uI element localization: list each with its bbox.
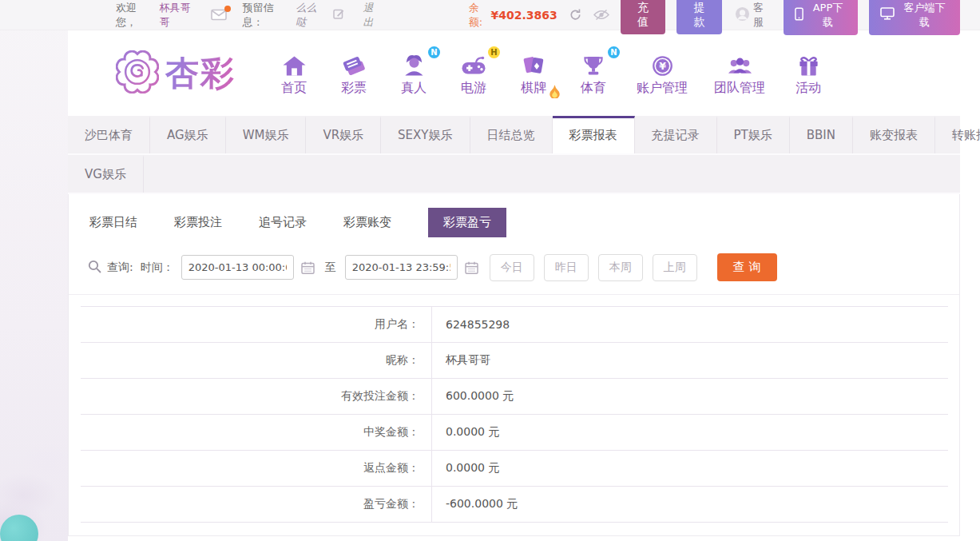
customer-service-icon: [735, 6, 750, 24]
home-icon: [282, 50, 307, 78]
time-from-input[interactable]: [181, 255, 294, 280]
row-label: 用户名：: [81, 307, 432, 343]
search-icon: [88, 260, 101, 276]
table-row: 返点金额： 0.0000 元: [81, 451, 948, 487]
client-download-button[interactable]: 客户端下载: [869, 0, 960, 35]
nav-item-home[interactable]: 首页: [277, 50, 311, 97]
lottery-ticket-icon: [341, 50, 367, 78]
mail-icon[interactable]: [211, 9, 227, 21]
content-panel: 彩票日结 彩票投注 追号记录 彩票账变 彩票盈亏 查询: 时间： 至 今日 昨日…: [68, 194, 960, 536]
tab-pt[interactable]: PT娱乐: [717, 116, 790, 153]
logout-link[interactable]: 退出: [363, 1, 383, 30]
balance-group: 余额: ¥402.3863: [469, 1, 609, 30]
tab-daily-summary[interactable]: 日结总览: [470, 116, 553, 153]
hide-balance-icon[interactable]: [593, 9, 609, 21]
tab-vr[interactable]: VR娱乐: [306, 116, 381, 153]
phone-icon: [795, 7, 803, 23]
table-row: 盈亏金额： -600.0000 元: [81, 487, 948, 523]
subtab-lottery-daily[interactable]: 彩票日结: [89, 215, 137, 230]
monitor-icon: [880, 7, 895, 22]
subtab-lottery-account-change[interactable]: 彩票账变: [343, 215, 391, 230]
customer-service-label: 客服: [753, 1, 772, 30]
row-value: -600.0000 元: [432, 487, 948, 523]
nav-label: 账户管理: [637, 80, 688, 97]
table-row: 有效投注金额： 600.0000 元: [81, 379, 948, 415]
subtab-lottery-bets[interactable]: 彩票投注: [174, 215, 222, 230]
tab-sexy[interactable]: SEXY娱乐: [381, 116, 470, 153]
nav-label: 团队管理: [714, 80, 765, 97]
calendar-icon-from[interactable]: [301, 261, 315, 274]
row-label: 有效投注金额：: [81, 379, 432, 415]
recharge-button[interactable]: 充值: [621, 0, 666, 34]
row-label: 盈亏金额：: [81, 487, 432, 523]
table-row: 中奖金额： 0.0000 元: [81, 415, 948, 451]
nav-item-team[interactable]: 团队管理: [714, 50, 765, 97]
table-row: 用户名： 624855298: [81, 307, 948, 343]
tab-lottery-report[interactable]: 彩票报表: [553, 116, 635, 153]
row-value: 0.0000 元: [432, 415, 948, 451]
subtab-chase-records[interactable]: 追号记录: [259, 215, 307, 230]
nav-item-account[interactable]: ¥ 账户管理: [637, 50, 688, 97]
report-tabs: 沙巴体育 AG娱乐 WM娱乐 VR娱乐 SEXY娱乐 日结总览 彩票报表 充提记…: [68, 116, 960, 194]
nav-item-sports[interactable]: N 体育: [577, 50, 610, 97]
withdraw-button[interactable]: 提款: [676, 0, 722, 34]
customer-service-link[interactable]: 客服: [735, 1, 772, 30]
tab-transfer-report[interactable]: 转账报表: [935, 116, 980, 153]
edit-icon[interactable]: [333, 8, 344, 22]
main-nav: 首页 彩票 N 真人 H 电游: [277, 50, 825, 97]
topbar: 欢迎您，杯具哥哥 预留信息：么么哒 退出 余额: ¥402.3863 充值 提款…: [0, 0, 980, 30]
quick-yesterday-button[interactable]: 昨日: [544, 254, 589, 281]
tab-account-change-report[interactable]: 账变报表: [853, 116, 935, 153]
site-logo[interactable]: 杏彩: [116, 50, 236, 97]
row-value: 0.0000 元: [432, 451, 948, 487]
tab-ag[interactable]: AG娱乐: [150, 116, 226, 153]
tab-deposit-withdraw-records[interactable]: 充提记录: [635, 116, 717, 153]
tab-row-1: 沙巴体育 AG娱乐 WM娱乐 VR娱乐 SEXY娱乐 日结总览 彩票报表 充提记…: [68, 116, 960, 155]
section-divider: [69, 294, 959, 295]
client-download-label: 客户端下载: [900, 1, 949, 30]
nav-item-live[interactable]: N 真人: [397, 50, 430, 97]
welcome-group: 欢迎您，杯具哥哥 预留信息：么么哒 退出: [116, 1, 383, 30]
welcome-text: 欢迎您，: [116, 1, 154, 30]
nav-item-promotions[interactable]: 活动: [792, 50, 825, 97]
tab-vg[interactable]: VG娱乐: [68, 155, 144, 193]
quick-today-button[interactable]: 今日: [490, 254, 534, 281]
tab-bbin[interactable]: BBIN: [790, 116, 853, 153]
nav-label: 体育: [581, 80, 606, 97]
row-label: 返点金额：: [81, 451, 432, 487]
nav-item-lottery[interactable]: 彩票: [337, 50, 371, 97]
tab-row-2: VG娱乐: [68, 155, 960, 194]
new-badge: N: [428, 46, 440, 58]
team-icon: [727, 50, 753, 78]
header: 杏彩 首页 彩票 N 真人 H 电游: [0, 30, 980, 116]
query-submit-button[interactable]: 查 询: [717, 253, 777, 281]
tab-wm[interactable]: WM娱乐: [226, 116, 307, 153]
balance-label: 余额:: [469, 1, 486, 30]
row-label: 昵称：: [81, 343, 432, 379]
refresh-balance-icon[interactable]: [569, 8, 582, 22]
playing-cards-icon: [522, 50, 546, 78]
table-row: 昵称： 杯具哥哥: [81, 343, 948, 379]
tab-shaba-sports[interactable]: 沙巴体育: [68, 116, 150, 153]
nav-label: 棋牌: [521, 80, 546, 97]
time-to-input[interactable]: [345, 255, 458, 280]
nav-label: 活动: [796, 80, 821, 97]
nav-label: 彩票: [341, 80, 367, 97]
quick-thisweek-button[interactable]: 本周: [598, 254, 643, 281]
quick-lastweek-button[interactable]: 上周: [653, 254, 697, 281]
gamepad-icon: [460, 50, 487, 78]
nav-label: 真人: [401, 80, 427, 97]
nav-label: 首页: [281, 80, 307, 97]
hot-badge: H: [488, 46, 500, 58]
nav-label: 电游: [461, 80, 486, 97]
profit-loss-table: 用户名： 624855298 昵称： 杯具哥哥 有效投注金额： 600.0000…: [81, 306, 948, 523]
app-download-button[interactable]: APP下载: [784, 0, 858, 35]
nav-item-cards[interactable]: 棋牌: [517, 50, 550, 97]
coin-icon: ¥: [651, 50, 674, 78]
subtab-lottery-profit-loss[interactable]: 彩票盈亏: [428, 208, 506, 237]
row-value: 624855298: [432, 307, 948, 343]
row-value: 600.0000 元: [432, 379, 948, 415]
row-label: 中奖金额：: [81, 415, 432, 451]
nav-item-egames[interactable]: H 电游: [457, 50, 490, 97]
calendar-icon-to[interactable]: [465, 261, 478, 274]
